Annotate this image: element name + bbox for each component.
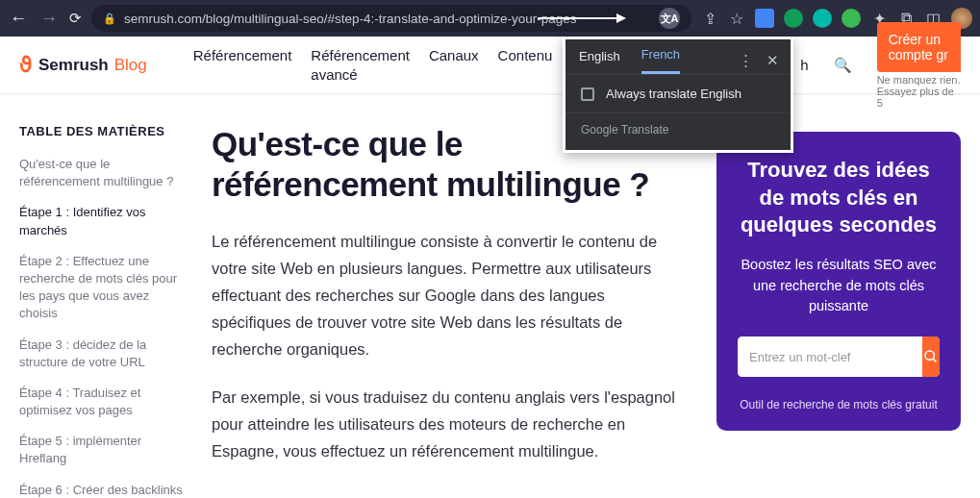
header-right: Créer un compte gr Ne manquez rien. Essa… [877, 22, 961, 109]
toc-item[interactable]: Étape 4 : Traduisez et optimisez vos pag… [19, 385, 190, 419]
translate-icon[interactable]: 文A [659, 8, 680, 29]
table-of-contents: TABLE DES MATIÈRES Qu'est-ce que le réfé… [19, 124, 190, 498]
search-icon [923, 349, 939, 364]
reload-button[interactable]: ⟳ [69, 10, 82, 27]
toc-title: TABLE DES MATIÈRES [19, 124, 190, 138]
extension-icon[interactable] [755, 9, 774, 28]
nav-truncated[interactable]: h [800, 57, 808, 73]
page-body: TABLE DES MATIÈRES Qu'est-ce que le réfé… [0, 94, 980, 498]
toc-item[interactable]: Qu'est-ce que le référencement multiling… [19, 156, 190, 190]
toc-item[interactable]: Étape 5 : implémenter Hreflang [19, 433, 190, 467]
promo-card: Trouvez des idées de mots clés en quelqu… [716, 132, 961, 431]
address-bar[interactable]: 🔒 semrush.com/blog/multilingual-seo/#ste… [91, 5, 691, 32]
logo-text: Semrush [38, 56, 109, 75]
article-paragraph: Par exemple, si vous traduisez du conten… [212, 384, 680, 464]
svg-point-0 [925, 351, 934, 360]
always-translate-label: Always translate English [606, 87, 741, 101]
nav-referencement-avance[interactable]: Référencement avancé [311, 46, 410, 84]
signup-button[interactable]: Créer un compte gr [877, 22, 961, 72]
forward-button[interactable]: → [38, 9, 60, 29]
site-header: ϑ Semrush Blog Référencement Référenceme… [0, 37, 980, 94]
svg-line-1 [933, 359, 936, 361]
extension-icon[interactable] [784, 9, 803, 28]
back-button[interactable]: ← [8, 9, 29, 29]
checkbox-icon[interactable] [581, 87, 594, 101]
main-nav: Référencement Référencement avancé Canau… [193, 46, 553, 84]
toc-item[interactable]: Étape 3 : décidez de la structure de vot… [19, 336, 190, 371]
lock-icon: 🔒 [103, 12, 116, 25]
browser-toolbar: ← → ⟳ 🔒 semrush.com/blog/multilingual-se… [0, 0, 980, 37]
toc-item[interactable]: Étape 1 : Identifiez vos marchés [19, 204, 190, 238]
star-icon[interactable]: ☆ [728, 10, 745, 28]
promo-subtitle: Boostez les résultats SEO avec une reche… [738, 255, 940, 317]
keyword-input[interactable] [738, 336, 922, 377]
more-options-icon[interactable]: ⋮ [739, 52, 753, 69]
logo[interactable]: ϑ Semrush Blog [19, 53, 147, 78]
tab-english[interactable]: English [579, 49, 620, 73]
logo-icon: ϑ [19, 53, 33, 78]
toc-item[interactable]: Étape 2 : Effectuez une recherche de mot… [19, 253, 190, 323]
share-icon[interactable]: ⇪ [701, 10, 718, 28]
nav-canaux[interactable]: Canaux [429, 46, 479, 84]
header-subtext: Ne manquez rien. Essayez plus de 5 [877, 74, 961, 109]
article-content: Qu'est-ce que le référencement multiling… [212, 124, 695, 498]
translate-popup: English French ⋮ ✕ Always translate Engl… [563, 37, 793, 153]
always-translate-row[interactable]: Always translate English [565, 74, 791, 112]
annotation-arrow [538, 17, 624, 19]
extension-icon[interactable] [813, 9, 832, 28]
search-icon[interactable]: 🔍 [834, 57, 852, 74]
nav-contenu[interactable]: Contenu [498, 46, 553, 84]
nav-referencement[interactable]: Référencement [193, 46, 292, 84]
promo-search [738, 336, 940, 377]
logo-suffix: Blog [114, 56, 147, 75]
promo-title: Trouvez des idées de mots clés en quelqu… [738, 157, 940, 239]
search-submit-button[interactable] [922, 336, 940, 377]
translate-tabs: English French ⋮ ✕ [565, 39, 791, 74]
close-icon[interactable]: ✕ [766, 52, 779, 69]
promo-footer[interactable]: Outil de recherche de mots clés gratuit [738, 398, 940, 411]
tab-french[interactable]: French [641, 47, 680, 74]
translate-footer: Google Translate [565, 112, 791, 150]
toc-item[interactable]: Étape 6 : Créer des backlinks [19, 482, 190, 498]
article-paragraph: Le référencement multilingue consiste à … [212, 228, 680, 362]
extension-icon[interactable] [842, 9, 861, 28]
